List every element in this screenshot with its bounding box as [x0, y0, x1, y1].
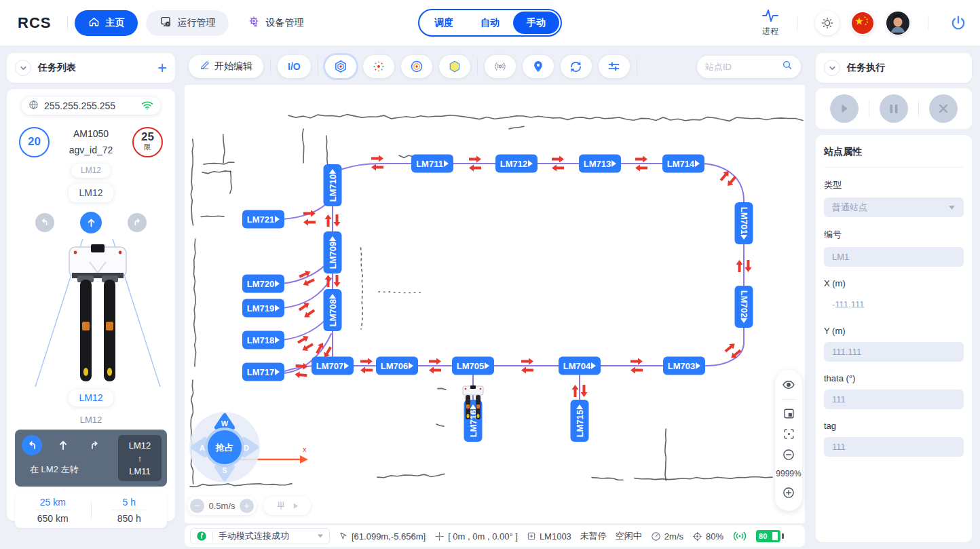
station-LM720[interactable]: LM720	[242, 275, 284, 293]
svg-text:S: S	[222, 466, 227, 474]
station-LM704[interactable]: LM704	[559, 357, 601, 375]
station-LM711[interactable]: LM711	[411, 155, 453, 173]
minimap-button[interactable]	[783, 407, 795, 420]
user-avatar[interactable]	[886, 11, 910, 35]
lidar-scan-button[interactable]	[485, 55, 516, 78]
zoom-in-button[interactable]	[782, 486, 795, 499]
station-LM709[interactable]: LM709	[324, 231, 342, 273]
add-task-button[interactable]: +	[157, 61, 167, 75]
fork-action-button[interactable]	[263, 496, 311, 515]
station-LM713[interactable]: LM713	[579, 155, 621, 173]
station-LM712[interactable]: LM712	[495, 155, 538, 173]
station-LM719[interactable]: LM719	[242, 299, 284, 318]
china-flag-icon	[851, 12, 874, 35]
station-label: LM717	[247, 367, 274, 377]
agv-ip-row[interactable]: 255.255.255.255	[22, 97, 160, 115]
task-list-panel: 任务列表 + 255.255.255.255 20 AM1050 agv_id_…	[0, 45, 182, 549]
visibility-button[interactable]	[782, 378, 795, 392]
chevron-down-icon	[317, 533, 324, 539]
station-LM703[interactable]: LM703	[663, 357, 705, 375]
layer-area-button[interactable]	[439, 55, 470, 78]
turn-forward-right-button[interactable]	[128, 213, 147, 232]
battery-cap	[772, 532, 778, 540]
nav-device-management[interactable]: 设备管理	[234, 10, 317, 36]
hexagon-station-icon	[333, 59, 348, 74]
speed-limit-gauge: 25限	[132, 127, 163, 157]
task-list-header: 任务列表 +	[7, 53, 175, 83]
x-input[interactable]: -111.111	[824, 295, 964, 314]
station-LM710[interactable]: LM710	[324, 164, 342, 206]
zoom-out-button[interactable]	[782, 448, 795, 461]
layer-normal-station-button[interactable]	[325, 55, 356, 78]
layer-target-button[interactable]	[401, 55, 432, 78]
fork-icon	[276, 500, 286, 511]
play-button[interactable]	[830, 94, 859, 123]
divider	[797, 16, 797, 31]
station-LM717[interactable]: LM717	[242, 363, 284, 381]
speed-minus-button[interactable]: −	[190, 499, 204, 513]
map-wall	[665, 429, 666, 480]
refresh-button[interactable]	[561, 55, 592, 78]
tag-input[interactable]: 111	[824, 437, 964, 457]
tag-label: tag	[824, 421, 964, 431]
station-LM707[interactable]: LM707	[312, 357, 354, 375]
pause-button[interactable]	[880, 94, 908, 123]
nav-home-label: 主页	[105, 17, 124, 29]
station-LM705[interactable]: LM705	[452, 357, 494, 375]
nav-run-management[interactable]: 运行管理	[146, 10, 229, 36]
station-LM714[interactable]: LM714	[662, 155, 704, 173]
collapse-chevron-icon[interactable]	[824, 60, 840, 76]
type-select[interactable]: 普通站点	[824, 197, 964, 217]
divider	[637, 58, 637, 75]
search-icon[interactable]	[782, 60, 793, 73]
go-straight-button[interactable]	[80, 212, 102, 233]
language-flag-button[interactable]	[850, 11, 875, 35]
process-button[interactable]: 进程	[761, 8, 779, 37]
nav-home[interactable]: 主页	[75, 10, 138, 36]
forklift-visual	[15, 235, 167, 390]
center-focus-button[interactable]	[783, 428, 795, 440]
map-toolbar: 开始编辑 I/O	[189, 54, 801, 79]
svg-text:D: D	[244, 444, 249, 452]
stat-hours: 5 h 850 h	[92, 497, 168, 524]
mode-auto[interactable]: 自动	[467, 12, 513, 34]
manual-joystick[interactable]: W A S D 抢占	[187, 410, 262, 485]
divider	[918, 100, 919, 117]
message-select[interactable]: 手动模式连接成功	[190, 528, 330, 544]
map-wall	[191, 139, 193, 225]
station-LM701[interactable]: LM701	[735, 202, 753, 244]
agv-ip: 255.255.255.255	[44, 100, 136, 111]
mode-manual[interactable]: 手动	[513, 12, 559, 34]
layer-scatter-button[interactable]	[363, 55, 394, 78]
y-input[interactable]: 111.111	[824, 342, 964, 362]
id-input[interactable]: LM1	[824, 247, 964, 267]
theme-toggle-button[interactable]	[815, 11, 840, 35]
station-LM706[interactable]: LM706	[376, 357, 418, 375]
forklift-top-view	[15, 235, 181, 390]
station-search-input[interactable]	[705, 62, 782, 72]
cancel-button[interactable]	[929, 94, 958, 123]
mode-dispatch[interactable]: 调度	[421, 12, 467, 34]
current-station: LM1003	[527, 531, 571, 542]
station-LM702[interactable]: LM702	[735, 286, 753, 328]
filter-settings-button[interactable]	[599, 55, 630, 78]
io-button[interactable]: I/O	[278, 55, 311, 78]
turn-back-left-button[interactable]	[35, 213, 54, 232]
task-exec-controls	[816, 88, 972, 129]
theta-input[interactable]: 111	[824, 390, 964, 409]
speed-plus-button[interactable]: +	[240, 499, 254, 513]
stat-hours-today: 5 h	[111, 497, 147, 510]
locate-pin-button[interactable]	[523, 55, 554, 78]
station-LM718[interactable]: LM718	[242, 331, 284, 349]
station-LM721[interactable]: LM721	[242, 210, 284, 229]
start-edit-button[interactable]: 开始编辑	[189, 55, 263, 78]
station-label: LM712	[500, 159, 527, 169]
station-LM715[interactable]: LM715	[571, 400, 589, 442]
slam-map[interactable]: LM710LM711LM712LM713LM714LM701LM702LM703…	[185, 85, 805, 523]
map-wall	[204, 162, 234, 164]
collapse-chevron-icon[interactable]	[15, 60, 31, 76]
target-icon	[692, 531, 702, 542]
station-LM708[interactable]: LM708	[324, 289, 342, 331]
rcs-app: RCS 主页 运行管理 设备管理 调度 自动 手动 进程	[0, 0, 980, 549]
power-button[interactable]	[946, 11, 970, 35]
